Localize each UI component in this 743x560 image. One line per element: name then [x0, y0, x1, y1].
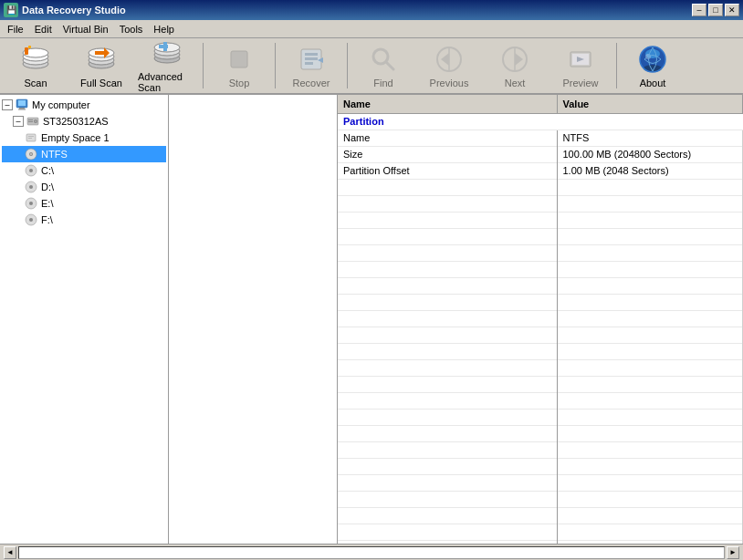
empty-row-14 — [338, 392, 743, 409]
toolbar-separator-4 — [616, 43, 617, 88]
toolbar-separator-3 — [347, 43, 348, 88]
next-button[interactable]: Next — [483, 40, 547, 91]
empty-row-7 — [338, 277, 743, 294]
svg-rect-42 — [18, 109, 26, 110]
title-bar-left: 💾 Data Recovery Studio — [4, 3, 126, 17]
svg-rect-47 — [28, 121, 33, 122]
empty-row-2 — [338, 195, 743, 212]
about-label: About — [640, 78, 666, 88]
property-value-cell-0: NTFS — [557, 130, 743, 146]
tree-label-d-drive: D:\ — [41, 181, 54, 192]
svg-point-57 — [29, 185, 33, 189]
empty-row-6 — [338, 261, 743, 277]
svg-rect-40 — [18, 100, 26, 106]
menu-virtual-bin[interactable]: Virtual Bin — [58, 22, 114, 36]
toolbar-separator-1 — [203, 43, 204, 88]
tree-item-f-drive[interactable]: F:\ — [2, 212, 166, 228]
tree-item-ntfs[interactable]: NTFS — [2, 146, 166, 162]
empty-space-icon — [24, 130, 38, 145]
scan-button[interactable]: Scan — [4, 40, 68, 91]
advanced-scan-label: Advanced Scan — [138, 71, 196, 93]
svg-rect-20 — [305, 57, 318, 60]
tree-label-st3250312as: ST3250312AS — [43, 116, 109, 127]
about-button[interactable]: About — [621, 40, 685, 91]
property-value-cell-1: 100.00 MB (204800 Sectors) — [557, 146, 743, 162]
recover-button[interactable]: Recover — [279, 40, 343, 91]
maximize-button[interactable]: □ — [708, 4, 723, 16]
svg-point-55 — [29, 169, 33, 172]
svg-line-24 — [386, 62, 393, 69]
preview-button[interactable]: Preview — [549, 40, 612, 91]
property-name-cell-2: Partition Offset — [338, 162, 557, 179]
empty-row-3 — [338, 212, 743, 228]
partition-section-label: Partition — [338, 113, 743, 130]
properties-table: Name Value Partition Name NTFS Size 100.… — [338, 95, 743, 544]
status-scroll-right[interactable]: ► — [727, 546, 739, 559]
previous-button[interactable]: Previous — [417, 40, 481, 91]
stop-label: Stop — [229, 78, 250, 88]
svg-point-61 — [29, 218, 33, 222]
empty-row-21 — [338, 507, 743, 524]
menu-file[interactable]: File — [2, 22, 29, 36]
tree-expand-my-computer[interactable]: – — [2, 99, 13, 110]
find-button[interactable]: Find — [351, 40, 415, 91]
empty-row-13 — [338, 376, 743, 392]
property-row-size[interactable]: Size 100.00 MB (204800 Sectors) — [338, 146, 743, 162]
hdd-icon-st3250312as — [26, 114, 40, 129]
full-scan-button[interactable]: Full Scan — [69, 40, 133, 91]
stop-button[interactable]: Stop — [207, 40, 271, 91]
about-icon — [636, 43, 669, 76]
toolbar-separator-2 — [275, 43, 276, 88]
menu-bar: File Edit Virtual Bin Tools Help — [0, 20, 743, 38]
status-scroll-left[interactable]: ◄ — [4, 546, 16, 559]
tree-item-e-drive[interactable]: E:\ — [2, 195, 166, 212]
property-name-cell-0: Name — [338, 130, 557, 146]
column-name-header: Name — [338, 95, 557, 113]
d-drive-icon — [24, 180, 38, 194]
empty-row-23 — [338, 540, 743, 544]
app-icon: 💾 — [4, 3, 18, 17]
tree-label-my-computer: My computer — [32, 99, 90, 110]
property-row-offset[interactable]: Partition Offset 1.00 MB (2048 Sectors) — [338, 162, 743, 179]
full-scan-icon — [85, 43, 118, 76]
toolbar: Scan Full Scan Advanced S — [0, 38, 743, 95]
advanced-scan-icon — [151, 38, 183, 69]
empty-row-17 — [338, 441, 743, 458]
tree-expand-st3250312as[interactable]: – — [13, 116, 24, 127]
tree-label-ntfs: NTFS — [41, 149, 68, 160]
menu-tools[interactable]: Tools — [114, 22, 149, 36]
svg-rect-46 — [28, 119, 33, 120]
c-drive-icon — [24, 163, 38, 178]
advanced-scan-button[interactable]: Advanced Scan — [135, 40, 199, 91]
empty-row-9 — [338, 310, 743, 327]
e-drive-icon — [24, 196, 38, 211]
middle-panel-files — [169, 95, 338, 544]
svg-rect-49 — [28, 136, 34, 137]
menu-help[interactable]: Help — [148, 22, 180, 36]
scan-label: Scan — [24, 78, 47, 88]
close-button[interactable]: ✕ — [725, 4, 739, 16]
column-value-header: Value — [557, 95, 743, 113]
my-computer-icon — [15, 98, 29, 112]
empty-row-4 — [338, 228, 743, 244]
tree-item-d-drive[interactable]: D:\ — [2, 179, 166, 195]
tree-label-f-drive: F:\ — [41, 214, 53, 225]
empty-row-20 — [338, 491, 743, 507]
svg-rect-16 — [159, 45, 168, 48]
empty-row-12 — [338, 359, 743, 376]
window-title: Data Recovery Studio — [22, 5, 126, 16]
tree-item-empty-space-1[interactable]: Empty Space 1 — [2, 130, 166, 146]
property-row-name[interactable]: Name NTFS — [338, 130, 743, 146]
svg-rect-19 — [305, 53, 318, 56]
tree-item-c-drive[interactable]: C:\ — [2, 162, 166, 179]
status-scroll-area — [18, 546, 725, 559]
tree-label-c-drive: C:\ — [41, 165, 54, 176]
menu-edit[interactable]: Edit — [29, 22, 58, 36]
right-panel-properties: Name Value Partition Name NTFS Size 100.… — [338, 95, 743, 544]
recover-label: Recover — [293, 78, 330, 88]
empty-row-1 — [338, 179, 743, 195]
minimize-button[interactable]: – — [692, 4, 706, 16]
status-bar: ◄ ► — [0, 544, 743, 560]
tree-item-st3250312as[interactable]: – ST3250312AS — [2, 113, 166, 130]
tree-item-my-computer[interactable]: – My computer — [2, 97, 166, 113]
